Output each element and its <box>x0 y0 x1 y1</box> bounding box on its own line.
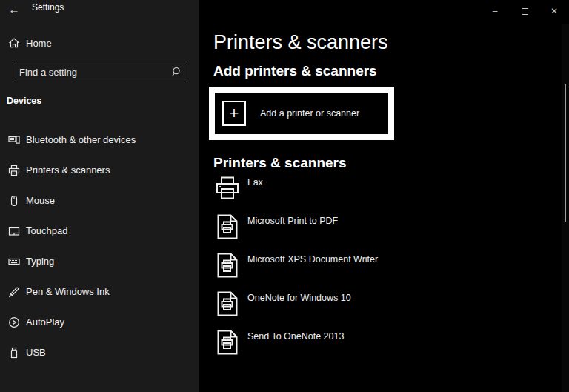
print-file-icon <box>214 252 241 279</box>
printer-row-onenote-win10[interactable]: OneNote for Windows 10 <box>214 290 525 328</box>
close-icon: ✕ <box>550 6 558 16</box>
sidebar-item-autoplay[interactable]: AutoPlay <box>0 307 199 337</box>
printer-row-print-to-pdf[interactable]: Microsoft Print to PDF <box>214 213 525 250</box>
print-file-icon <box>214 290 241 317</box>
sidebar-item-printers[interactable]: Printers & scanners <box>0 155 199 185</box>
add-printer-label: Add a printer or scanner <box>260 108 359 119</box>
pen-icon <box>8 286 20 298</box>
sidebar-item-label: AutoPlay <box>26 316 64 328</box>
home-icon <box>8 37 20 49</box>
keyboard-icon <box>8 256 20 268</box>
printer-name: Microsoft Print to PDF <box>247 216 338 226</box>
maximize-icon <box>522 8 528 15</box>
sidebar-item-bluetooth[interactable]: Bluetooth & other devices <box>0 124 199 155</box>
sidebar: ← Settings Home Devices <box>0 0 199 392</box>
autoplay-icon <box>8 316 20 328</box>
print-file-icon <box>214 213 241 240</box>
window-controls: – ✕ <box>480 0 569 22</box>
touchpad-icon <box>8 225 20 237</box>
sidebar-item-label: Pen & Windows Ink <box>26 286 110 297</box>
printer-row-xps-writer[interactable]: Microsoft XPS Document Writer <box>214 252 525 289</box>
minimize-button[interactable]: – <box>480 0 510 22</box>
sidebar-item-home[interactable]: Home <box>0 33 199 53</box>
back-arrow-icon: ← <box>9 3 20 16</box>
sidebar-item-usb[interactable]: USB <box>0 337 199 368</box>
print-file-icon <box>214 329 241 356</box>
home-label: Home <box>26 38 52 49</box>
titlebar: ← Settings <box>0 0 199 24</box>
printer-icon <box>214 175 241 202</box>
printer-name: Fax <box>247 177 263 187</box>
app-title: Settings <box>32 2 64 13</box>
printer-name: Microsoft XPS Document Writer <box>247 254 378 265</box>
usb-icon <box>8 347 20 359</box>
plus-icon: + <box>222 101 246 126</box>
printers-section-heading: Printers & scanners <box>213 155 347 171</box>
mouse-icon <box>8 195 20 207</box>
sidebar-item-pen[interactable]: Pen & Windows Ink <box>0 276 199 307</box>
devices-section-label: Devices <box>7 96 41 106</box>
back-button[interactable]: ← <box>6 1 22 17</box>
printer-name: OneNote for Windows 10 <box>247 293 351 303</box>
printer-row-fax[interactable]: Fax <box>214 175 525 212</box>
sidebar-item-label: Mouse <box>26 195 55 206</box>
page-title: Printers & scanners <box>213 31 388 54</box>
maximize-button[interactable] <box>510 0 539 22</box>
scrollbar-thumb[interactable] <box>565 84 566 222</box>
add-printer-button[interactable]: + Add a printer or scanner <box>209 87 394 140</box>
sidebar-item-label: Bluetooth & other devices <box>26 134 136 145</box>
sidebar-item-touchpad[interactable]: Touchpad <box>0 216 199 246</box>
sidebar-item-label: USB <box>26 347 46 358</box>
close-button[interactable]: ✕ <box>539 0 569 22</box>
sidebar-item-label: Printers & scanners <box>26 165 110 176</box>
printer-icon <box>8 165 20 176</box>
sidebar-item-label: Typing <box>26 256 54 267</box>
printer-row-send-to-onenote[interactable]: Send To OneNote 2013 <box>214 329 525 366</box>
sidebar-item-typing[interactable]: Typing <box>0 246 199 276</box>
sidebar-nav: Bluetooth & other devices Printers & sca… <box>0 124 199 368</box>
settings-window: ← Settings Home Devices <box>0 0 569 392</box>
search-input[interactable] <box>13 62 187 82</box>
sidebar-item-label: Touchpad <box>26 225 67 236</box>
bluetooth-devices-icon <box>8 134 20 146</box>
search-box <box>13 62 187 82</box>
printer-name: Send To OneNote 2013 <box>247 331 344 342</box>
add-section-heading: Add printers & scanners <box>213 63 377 79</box>
scrollbar[interactable] <box>562 24 569 392</box>
sidebar-item-mouse[interactable]: Mouse <box>0 185 199 216</box>
minimize-icon: – <box>493 6 498 16</box>
